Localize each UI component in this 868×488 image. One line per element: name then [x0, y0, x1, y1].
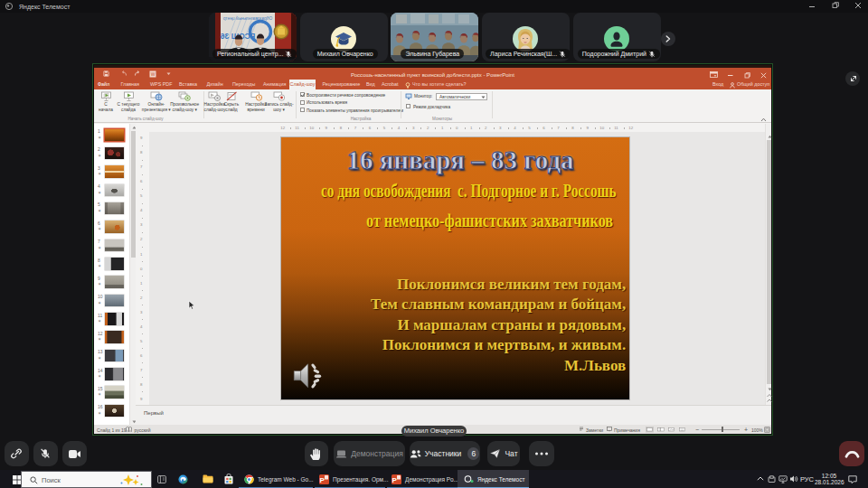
- svg-text:Образовательный центр: Образовательный центр: [222, 15, 272, 21]
- svg-text:W: W: [151, 70, 156, 76]
- svg-text:P: P: [392, 476, 398, 484]
- svg-text:P: P: [320, 476, 326, 484]
